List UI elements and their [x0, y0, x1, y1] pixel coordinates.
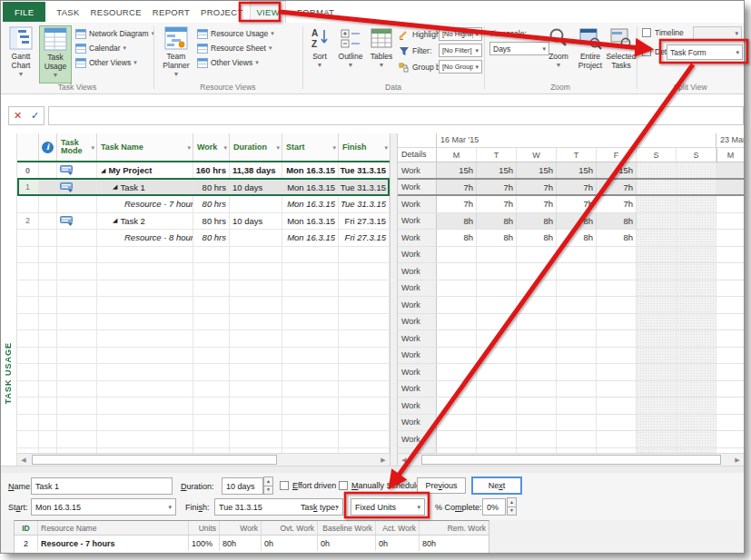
work-value-cell[interactable]	[477, 297, 517, 313]
row-info-cell[interactable]	[39, 415, 57, 431]
work-value-cell[interactable]	[557, 431, 597, 447]
work-value-cell[interactable]	[557, 247, 597, 263]
timescale-dropdown[interactable]: Days ▾	[489, 42, 549, 55]
task-mode-cell[interactable]	[57, 348, 97, 364]
weekend-cell[interactable]	[677, 280, 716, 297]
work-value-cell[interactable]	[437, 431, 477, 447]
duration-cell[interactable]	[230, 297, 282, 313]
work-value-cell[interactable]	[597, 364, 637, 380]
duration-stepper[interactable]: ▲ ▼	[263, 477, 273, 495]
work-value-cell[interactable]	[557, 330, 597, 347]
row-info-cell[interactable]	[39, 230, 57, 246]
task-name-cell[interactable]: ◢Task 2	[97, 213, 193, 230]
expand-triangle-icon[interactable]: ◢	[113, 217, 117, 224]
row-info-cell[interactable]	[39, 247, 57, 263]
resource-views-resource-sheet-button[interactable]: Resource Sheet▾	[197, 41, 274, 55]
tab-view[interactable]: VIEW	[250, 1, 285, 23]
task-mode-cell[interactable]	[57, 314, 97, 330]
start-cell[interactable]	[282, 398, 339, 414]
duration-cell[interactable]: 10 days	[230, 180, 282, 196]
weekend-cell[interactable]	[637, 364, 677, 380]
tab-format[interactable]: FORMAT	[297, 1, 334, 23]
work-value-cell[interactable]	[716, 280, 744, 297]
work-value-cell[interactable]	[557, 415, 597, 431]
start-cell[interactable]: Mon 16.3.15	[282, 180, 339, 196]
step-down-icon[interactable]: ▼	[507, 506, 517, 516]
row-info-cell[interactable]	[39, 196, 57, 212]
work-value-cell[interactable]: 8h	[477, 213, 517, 230]
work-value-cell[interactable]	[716, 398, 744, 414]
weekend-cell[interactable]	[677, 364, 716, 380]
work-value-cell[interactable]	[517, 314, 557, 330]
finish-cell[interactable]	[339, 247, 390, 263]
work-value-cell[interactable]	[437, 297, 477, 313]
work-value-cell[interactable]	[597, 280, 637, 297]
effort-driven-checkbox[interactable]	[280, 481, 289, 490]
task-name-cell[interactable]	[97, 431, 193, 447]
row-info-cell[interactable]	[39, 297, 57, 313]
row-id-cell[interactable]	[17, 364, 39, 380]
start-cell[interactable]: Mon 16.3.15	[282, 196, 339, 212]
task-name-cell[interactable]: Resource - 8 hours	[97, 230, 193, 246]
finish-cell[interactable]	[339, 364, 390, 380]
row-id-cell[interactable]	[17, 431, 39, 447]
work-value-cell[interactable]	[517, 381, 557, 398]
pct-complete-stepper[interactable]: ▲ ▼	[507, 498, 517, 516]
sort-button[interactable]: A Z Sort ▼	[306, 25, 333, 84]
work-value-cell[interactable]	[437, 280, 477, 297]
effort-driven-checkbox-row[interactable]: Effort driven	[280, 481, 336, 490]
work-value-cell[interactable]: 8h	[597, 213, 637, 230]
weekend-cell[interactable]	[637, 280, 677, 297]
details-checkbox[interactable]	[642, 47, 651, 56]
manually-scheduled-checkbox[interactable]	[339, 481, 348, 490]
weekend-cell[interactable]	[677, 415, 716, 431]
finish-cell[interactable]	[339, 330, 390, 347]
work-value-cell[interactable]	[716, 381, 744, 398]
selected-tasks-button[interactable]: Selected Tasks	[606, 25, 637, 84]
weekend-cell[interactable]	[677, 196, 716, 212]
task-name-cell[interactable]	[97, 364, 193, 380]
work-value-cell[interactable]: 7h	[557, 196, 597, 212]
work-value-cell[interactable]	[557, 314, 597, 330]
work-value-cell[interactable]: 8h	[557, 213, 597, 230]
weekend-cell[interactable]	[677, 330, 716, 347]
work-cell[interactable]	[193, 431, 230, 447]
work-value-cell[interactable]	[517, 247, 557, 263]
weekend-cell[interactable]	[637, 180, 677, 196]
team-planner-button[interactable]: Team Planner ▼	[159, 25, 193, 84]
highlight-dropdown[interactable]: [No Highlight] ▾	[439, 27, 482, 41]
finish-cell[interactable]: Fri 27.3.15	[339, 230, 390, 246]
row-id-cell[interactable]	[17, 415, 39, 431]
work-value-cell[interactable]: 8h	[597, 230, 637, 246]
work-cell[interactable]	[193, 297, 230, 313]
row-id-cell[interactable]	[17, 398, 39, 414]
task-type-dropdown[interactable]: Fixed Units ▾	[351, 498, 425, 516]
work-value-cell[interactable]	[517, 330, 557, 347]
form-row-cell[interactable]: 80h	[220, 535, 262, 551]
form-col-header-baseline-work[interactable]: Baseline Work	[318, 521, 376, 535]
finish-cell[interactable]	[339, 314, 390, 330]
form-row-cell[interactable]: 0h	[318, 535, 376, 551]
start-cell[interactable]: Mon 16.3.15	[282, 162, 339, 179]
form-row-cell[interactable]: 0h	[376, 535, 420, 551]
task-mode-cell[interactable]	[57, 431, 97, 447]
step-down-icon[interactable]: ▼	[263, 486, 273, 496]
row-id-cell[interactable]	[17, 247, 39, 263]
weekend-cell[interactable]	[677, 180, 716, 196]
work-value-cell[interactable]	[597, 431, 637, 447]
row-info-cell[interactable]	[39, 180, 57, 196]
form-col-header-work[interactable]: Work	[220, 521, 262, 535]
task-mode-header[interactable]: Task Mode ▾	[57, 133, 97, 161]
row-info-cell[interactable]	[39, 364, 57, 380]
duration-cell[interactable]	[230, 398, 282, 414]
start-cell[interactable]	[282, 297, 339, 313]
duration-cell[interactable]	[230, 230, 282, 246]
task-name-cell[interactable]	[97, 330, 193, 347]
form-col-header-act-work[interactable]: Act. Work	[376, 521, 420, 535]
work-value-cell[interactable]	[477, 398, 517, 414]
form-col-header-resource-name[interactable]: Resource Name	[38, 521, 189, 535]
task-name-cell[interactable]	[97, 263, 193, 280]
zoom-button[interactable]: Zoom ▼	[544, 25, 573, 84]
finish-cell[interactable]	[339, 297, 390, 313]
filter-dropdown[interactable]: [No Filter] ▾	[439, 44, 482, 57]
